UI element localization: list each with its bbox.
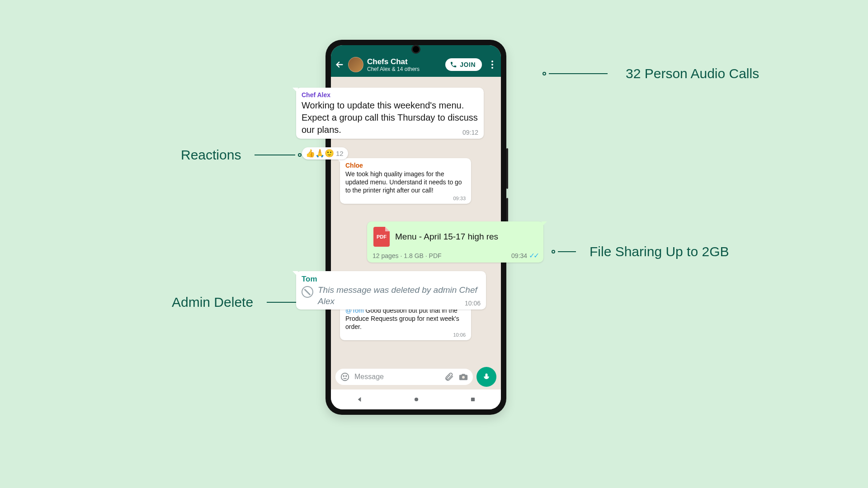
callout-file-sharing: File Sharing Up to 2GB xyxy=(552,244,729,259)
voice-record-button[interactable] xyxy=(476,367,496,387)
callout-label: File Sharing Up to 2GB xyxy=(590,244,729,259)
message-timestamp: 10:06 xyxy=(465,300,481,307)
message-bubble-chloe[interactable]: Chloe We took high quality images for th… xyxy=(340,158,471,204)
deleted-message-text: This message was deleted by admin Chef A… xyxy=(318,285,481,307)
join-call-button[interactable]: JOIN xyxy=(445,58,482,71)
group-avatar[interactable] xyxy=(348,57,363,72)
message-placeholder: Message xyxy=(354,373,439,381)
message-sender: Tom xyxy=(302,275,481,284)
message-input-row: Message xyxy=(331,363,501,389)
pdf-icon: PDF xyxy=(373,227,390,247)
message-sender: Chef Alex xyxy=(302,91,478,99)
nav-recent-icon[interactable] xyxy=(470,396,476,403)
svg-point-1 xyxy=(343,375,344,376)
attachment-icon[interactable] xyxy=(444,372,454,382)
message-input[interactable]: Message xyxy=(335,369,473,385)
attachment-bubble[interactable]: PDF Menu - April 15-17 high res 12 pages… xyxy=(367,221,543,263)
phone-icon xyxy=(450,61,457,68)
read-receipt-icon: ✓✓ xyxy=(529,252,538,259)
chat-title-area[interactable]: Chefs Chat Chef Alex & 14 others xyxy=(367,57,442,72)
camera-icon[interactable] xyxy=(458,372,468,382)
message-body: Working to update this weekend's menu. E… xyxy=(302,99,478,136)
android-navbar xyxy=(331,389,501,409)
attachment-meta: 12 pages · 1.8 GB · PDF xyxy=(373,252,442,259)
callout-audio-calls: 32 Person Audio Calls xyxy=(542,66,759,81)
callout-admin-delete: Admin Delete xyxy=(172,295,309,310)
callout-label: Admin Delete xyxy=(172,295,253,310)
message-bubble-deleted[interactable]: Tom This message was deleted by admin Ch… xyxy=(296,271,486,310)
attachment-filename: Menu - April 15-17 high res xyxy=(395,232,498,242)
join-label: JOIN xyxy=(460,61,476,68)
message-sender: Chloe xyxy=(345,162,466,169)
nav-home-icon[interactable] xyxy=(413,396,420,403)
emoji-icon[interactable] xyxy=(340,372,350,382)
back-arrow-icon[interactable] xyxy=(335,60,344,70)
callout-label: 32 Person Audio Calls xyxy=(626,66,759,81)
svg-point-4 xyxy=(415,398,418,401)
svg-point-3 xyxy=(462,376,465,379)
attachment-timestamp: 09:34 xyxy=(511,252,527,259)
svg-point-0 xyxy=(341,373,349,381)
svg-rect-5 xyxy=(471,398,475,401)
microphone-icon xyxy=(482,372,491,381)
chat-subtitle: Chef Alex & 14 others xyxy=(367,66,442,72)
overflow-menu-icon[interactable] xyxy=(488,60,496,70)
prohibited-icon xyxy=(302,286,313,298)
callout-reactions: Reactions xyxy=(181,147,302,163)
nav-back-icon[interactable] xyxy=(356,396,363,403)
message-timestamp: 10:06 xyxy=(345,332,466,338)
svg-point-2 xyxy=(346,375,347,376)
reactions-chip[interactable]: 👍🙏🙂 12 xyxy=(302,147,348,160)
message-body: @Tom Good question but put that in the P… xyxy=(345,306,466,331)
message-bubble-chef-alex-1[interactable]: Chef Alex Working to update this weekend… xyxy=(296,88,484,139)
callout-label: Reactions xyxy=(181,147,241,163)
message-body: We took high quality images for the upda… xyxy=(345,170,466,195)
message-timestamp: 09:12 xyxy=(462,129,478,136)
chat-title: Chefs Chat xyxy=(367,57,442,66)
reaction-count: 12 xyxy=(336,150,344,157)
chat-header: Chefs Chat Chef Alex & 14 others JOIN xyxy=(331,54,501,77)
message-timestamp: 09:33 xyxy=(345,196,466,201)
reaction-emoji-set: 👍🙏🙂 xyxy=(306,149,334,158)
